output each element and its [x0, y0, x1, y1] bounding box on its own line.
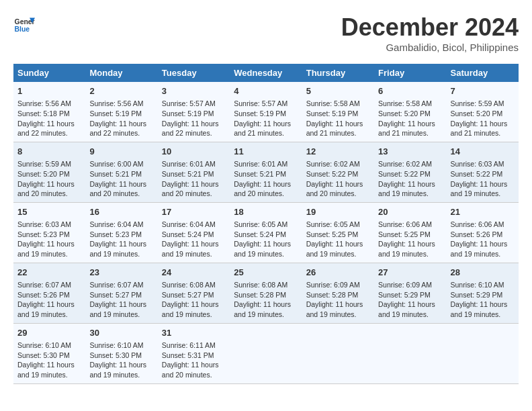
col-thursday: Thursday	[302, 64, 374, 82]
sunset-label: Sunset: 5:20 PM	[17, 170, 70, 178]
daylight-label: Daylight: 11 hours and 20 minutes.	[89, 180, 146, 198]
table-row: 11Sunrise: 6:01 AMSunset: 5:21 PMDayligh…	[230, 142, 302, 202]
day-number: 17	[162, 206, 226, 218]
daylight-label: Daylight: 11 hours and 20 minutes.	[162, 361, 219, 379]
sunset-label: Sunset: 5:20 PM	[378, 109, 431, 118]
sunset-label: Sunset: 5:27 PM	[162, 291, 214, 299]
daylight-label: Daylight: 11 hours and 19 minutes.	[306, 300, 363, 318]
svg-text:Blue: Blue	[15, 26, 30, 33]
sunset-label: Sunset: 5:26 PM	[451, 230, 503, 238]
title-area: December 2024 Gambalidio, Bicol, Philipp…	[341, 13, 519, 53]
daylight-label: Daylight: 11 hours and 21 minutes.	[234, 120, 291, 138]
day-number: 8	[17, 146, 81, 158]
daylight-label: Daylight: 11 hours and 19 minutes.	[17, 240, 75, 258]
sunrise-label: Sunrise: 6:06 AM	[451, 220, 504, 228]
day-number: 6	[378, 85, 442, 97]
sunrise-label: Sunrise: 5:57 AM	[162, 99, 216, 107]
table-row: 14Sunrise: 6:03 AMSunset: 5:22 PMDayligh…	[447, 142, 519, 202]
logo: General Blue	[13, 13, 35, 35]
sunset-label: Sunset: 5:18 PM	[17, 109, 70, 118]
daylight-label: Daylight: 11 hours and 19 minutes.	[17, 361, 75, 379]
table-row: 1Sunrise: 5:56 AMSunset: 5:18 PMDaylight…	[13, 82, 85, 142]
day-number: 12	[306, 146, 370, 158]
daylight-label: Daylight: 11 hours and 19 minutes.	[378, 300, 435, 318]
day-number: 5	[306, 85, 370, 97]
sunrise-label: Sunrise: 5:56 AM	[89, 99, 143, 107]
day-number: 10	[162, 146, 226, 158]
sunrise-label: Sunrise: 6:10 AM	[451, 281, 504, 289]
sunrise-label: Sunrise: 6:09 AM	[378, 281, 432, 289]
sunrise-label: Sunrise: 6:07 AM	[17, 281, 71, 289]
day-number: 4	[234, 85, 298, 97]
day-number: 19	[306, 206, 370, 218]
sunset-label: Sunset: 5:24 PM	[234, 230, 286, 238]
table-row: 23Sunrise: 6:07 AMSunset: 5:27 PMDayligh…	[85, 263, 157, 323]
col-monday: Monday	[85, 64, 157, 82]
sunset-label: Sunset: 5:30 PM	[89, 351, 142, 359]
sunset-label: Sunset: 5:20 PM	[451, 109, 503, 118]
day-number: 11	[234, 146, 298, 158]
table-row: 26Sunrise: 6:09 AMSunset: 5:28 PMDayligh…	[302, 263, 374, 323]
day-number: 27	[378, 267, 442, 279]
day-number: 21	[451, 206, 515, 218]
sunrise-label: Sunrise: 6:08 AM	[234, 281, 287, 289]
table-row: 13Sunrise: 6:02 AMSunset: 5:22 PMDayligh…	[374, 142, 446, 202]
calendar-week-row: 8Sunrise: 5:59 AMSunset: 5:20 PMDaylight…	[13, 142, 519, 202]
day-number: 13	[378, 146, 442, 158]
daylight-label: Daylight: 11 hours and 19 minutes.	[234, 300, 291, 318]
table-row: 20Sunrise: 6:06 AMSunset: 5:25 PMDayligh…	[374, 202, 446, 263]
daylight-label: Daylight: 11 hours and 19 minutes.	[162, 300, 219, 318]
sunrise-label: Sunrise: 6:00 AM	[89, 160, 143, 168]
sunset-label: Sunset: 5:30 PM	[17, 351, 70, 359]
table-row	[230, 323, 302, 383]
sunset-label: Sunset: 5:19 PM	[162, 109, 214, 118]
sunset-label: Sunset: 5:22 PM	[451, 170, 503, 178]
daylight-label: Daylight: 11 hours and 20 minutes.	[234, 180, 291, 198]
sunset-label: Sunset: 5:25 PM	[306, 230, 359, 238]
day-number: 3	[162, 85, 226, 97]
daylight-label: Daylight: 11 hours and 19 minutes.	[378, 240, 435, 258]
col-sunday: Sunday	[13, 64, 85, 82]
daylight-label: Daylight: 11 hours and 19 minutes.	[89, 300, 146, 318]
sunset-label: Sunset: 5:22 PM	[306, 170, 359, 178]
table-row: 7Sunrise: 5:59 AMSunset: 5:20 PMDaylight…	[447, 82, 519, 142]
day-number: 23	[89, 267, 153, 279]
table-row: 24Sunrise: 6:08 AMSunset: 5:27 PMDayligh…	[158, 263, 230, 323]
daylight-label: Daylight: 11 hours and 19 minutes.	[451, 180, 508, 198]
day-number: 31	[162, 327, 226, 339]
sunrise-label: Sunrise: 5:59 AM	[17, 160, 71, 168]
table-row: 18Sunrise: 6:05 AMSunset: 5:24 PMDayligh…	[230, 202, 302, 263]
sunrise-label: Sunrise: 6:05 AM	[234, 220, 287, 228]
sunset-label: Sunset: 5:23 PM	[17, 230, 70, 238]
day-number: 25	[234, 267, 298, 279]
sunrise-label: Sunrise: 6:09 AM	[306, 281, 360, 289]
day-number: 16	[89, 206, 153, 218]
daylight-label: Daylight: 11 hours and 19 minutes.	[451, 240, 508, 258]
day-number: 1	[17, 85, 81, 97]
day-number: 9	[89, 146, 153, 158]
sunrise-label: Sunrise: 6:03 AM	[451, 160, 504, 168]
sunrise-label: Sunrise: 6:01 AM	[234, 160, 287, 168]
location-subtitle: Gambalidio, Bicol, Philippines	[341, 42, 519, 53]
calendar-week-row: 22Sunrise: 6:07 AMSunset: 5:26 PMDayligh…	[13, 263, 519, 323]
table-row: 6Sunrise: 5:58 AMSunset: 5:20 PMDaylight…	[374, 82, 446, 142]
sunset-label: Sunset: 5:22 PM	[378, 170, 431, 178]
table-row: 21Sunrise: 6:06 AMSunset: 5:26 PMDayligh…	[447, 202, 519, 263]
table-row: 19Sunrise: 6:05 AMSunset: 5:25 PMDayligh…	[302, 202, 374, 263]
table-row: 12Sunrise: 6:02 AMSunset: 5:22 PMDayligh…	[302, 142, 374, 202]
daylight-label: Daylight: 11 hours and 21 minutes.	[306, 120, 363, 138]
table-row	[374, 323, 446, 383]
calendar-header-row: Sunday Monday Tuesday Wednesday Thursday…	[13, 64, 519, 82]
table-row: 17Sunrise: 6:04 AMSunset: 5:24 PMDayligh…	[158, 202, 230, 263]
sunrise-label: Sunrise: 5:59 AM	[451, 99, 504, 107]
table-row: 22Sunrise: 6:07 AMSunset: 5:26 PMDayligh…	[13, 263, 85, 323]
daylight-label: Daylight: 11 hours and 22 minutes.	[162, 120, 219, 138]
day-number: 15	[17, 206, 81, 218]
sunrise-label: Sunrise: 6:02 AM	[306, 160, 360, 168]
day-number: 7	[451, 85, 515, 97]
sunrise-label: Sunrise: 6:04 AM	[89, 220, 143, 228]
table-row: 31Sunrise: 6:11 AMSunset: 5:31 PMDayligh…	[158, 323, 230, 383]
day-number: 14	[451, 146, 515, 158]
logo-icon: General Blue	[13, 13, 35, 35]
day-number: 26	[306, 267, 370, 279]
